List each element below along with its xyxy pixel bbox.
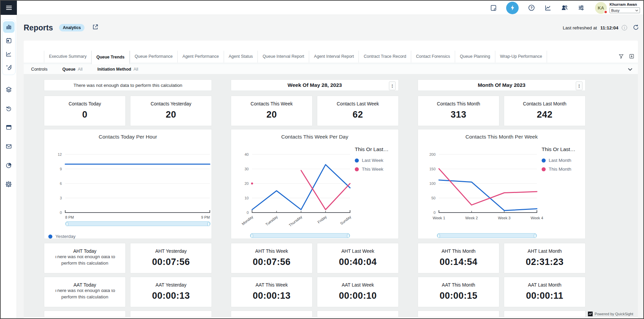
legend-item[interactable]: This Month: [542, 167, 575, 172]
legend-item[interactable]: Last Week: [355, 158, 389, 163]
sidebar-item-themes[interactable]: [3, 62, 15, 73]
quicksight-logo-icon: [588, 312, 593, 316]
chart-x-scrollbar[interactable]: [250, 233, 350, 238]
controls-bar: Controls Queue All Initiation Method All: [24, 64, 638, 74]
svg-text:Week 1: Week 1: [432, 216, 445, 220]
month-stepper[interactable]: ▴ ▾: [576, 81, 583, 90]
legend-dot-icon: [542, 158, 546, 163]
tab-queue-trends[interactable]: Queue Trends: [91, 51, 129, 64]
line-chart: 0369128 PM9 PM: [44, 129, 212, 245]
svg-text:Week 3: Week 3: [498, 216, 511, 220]
line-chart-icon: [5, 51, 12, 57]
tab-executive-summary[interactable]: Executive Summary: [44, 51, 91, 63]
legend-item[interactable]: Last Month: [542, 158, 575, 163]
sidebar-item-reports[interactable]: [3, 21, 15, 33]
status-busy-dot: [604, 10, 608, 14]
sidebar-item-workspace[interactable]: [3, 122, 15, 133]
svg-text:0: 0: [60, 211, 62, 215]
tab-wrap-up-performance[interactable]: Wrap-Up Performance: [495, 51, 547, 63]
gear-icon: [5, 181, 12, 188]
export-icon[interactable]: [629, 53, 635, 59]
kpi-row: AAT This Week 00:00:13 AAT Last Week 00:…: [231, 277, 399, 307]
week-title: Week Of May 28, 2023: [288, 82, 342, 88]
left-sidebar: [1, 15, 17, 318]
tab-queue-planning[interactable]: Queue Planning: [455, 51, 495, 63]
legend-item[interactable]: Yesterday: [48, 234, 76, 239]
external-link-icon: [92, 24, 99, 30]
initiation-method-filter[interactable]: Initiation Method All: [97, 67, 138, 72]
bar-chart-icon: [5, 24, 12, 30]
week-stepper[interactable]: ▴ ▾: [389, 81, 396, 90]
tab-queue-interval-report[interactable]: Queue Interval Report: [257, 51, 309, 63]
tab-agent-status[interactable]: Agent Status: [224, 51, 258, 63]
status-select[interactable]: Busy: [610, 7, 640, 13]
legend-dot-icon: [48, 235, 52, 239]
svg-text:9: 9: [60, 167, 62, 171]
filter-icon[interactable]: [618, 53, 624, 59]
notes-icon[interactable]: [490, 4, 497, 11]
page-title: Reports: [24, 23, 53, 32]
svg-text:Week 4: Week 4: [530, 216, 543, 220]
realtime-app-icon[interactable]: [506, 2, 519, 14]
legend-label: Yesterday: [55, 234, 76, 239]
app-window: ? KA Khurram Awan Busy: [0, 0, 644, 319]
last-refreshed-time: 11:12:04: [600, 25, 618, 30]
legend-label: Last Week: [362, 158, 383, 163]
legend-item[interactable]: This Week: [355, 167, 389, 172]
svg-text:0: 0: [247, 211, 249, 215]
settings-sliders-icon[interactable]: [577, 4, 585, 11]
tab-agent-performance[interactable]: Agent Performance: [177, 51, 224, 63]
month-header-card: Month Of May 2023 ▴ ▾: [418, 79, 586, 91]
legend-dot-icon: [542, 167, 546, 171]
kpi-aht-last-week: AHT Last Week 00:40:04: [317, 243, 399, 273]
svg-text:40: 40: [245, 152, 249, 156]
kpi-aht-last-month: AHT Last Month 02:31:23: [504, 243, 586, 273]
info-icon[interactable]: i: [622, 25, 627, 30]
open-in-new-window-button[interactable]: [92, 24, 99, 32]
user-name: Khurram Awan: [610, 2, 640, 6]
legend-label: This Week: [362, 167, 383, 172]
sidebar-secondary-group: [3, 84, 15, 190]
directory-icon[interactable]: [561, 4, 568, 11]
tab-contract-trace-record[interactable]: Contract Trace Record: [358, 51, 411, 63]
chart-x-scrollbar[interactable]: [437, 233, 537, 238]
sidebar-item-settings[interactable]: [3, 178, 15, 190]
kpi-contacts-this-month: Contacts This Month 313: [418, 96, 499, 126]
main-area: Reports Analytics Last refreshed at 11:1…: [17, 15, 643, 318]
svg-text:Week 2: Week 2: [465, 216, 478, 220]
kpi-row: AHT This Week 00:07:56 AHT Last Week 00:…: [231, 243, 399, 273]
chart-legend: This Or Last…Last WeekThis Week: [355, 146, 389, 175]
sidebar-item-reporting[interactable]: [3, 160, 15, 171]
sidebar-item-history[interactable]: [3, 103, 15, 114]
kpi-aat-last-month: AAT Last Month 00:00:11: [504, 277, 586, 307]
svg-text:?: ?: [530, 6, 532, 10]
top-bar-actions: ? KA Khurram Awan Busy: [490, 1, 640, 15]
tab-agent-interval-report[interactable]: Agent Interval Report: [309, 51, 358, 63]
kpi-aat-today: AAT Today There was not enough data to p…: [44, 277, 126, 307]
sidebar-item-flows[interactable]: [3, 84, 15, 95]
svg-text:6: 6: [60, 181, 62, 186]
tab-queue-performance[interactable]: Queue Performance: [130, 51, 178, 63]
calendar-icon: [5, 37, 12, 44]
kpi-contacts-today: Contacts Today 0: [44, 96, 126, 126]
queue-filter[interactable]: Queue All: [62, 67, 82, 72]
report-tabs: Executive Summary Queue Trends Queue Per…: [24, 51, 638, 64]
tab-contact-forensics[interactable]: Contact Forensics: [411, 51, 455, 63]
svg-text:Tuesday: Tuesday: [265, 215, 278, 226]
help-icon[interactable]: ?: [528, 4, 535, 11]
column-header-card: There was not enough data to perform thi…: [44, 79, 212, 91]
sidebar-item-schedule[interactable]: [3, 35, 15, 46]
avatar[interactable]: KA: [595, 2, 607, 14]
refresh-icon: [633, 24, 639, 31]
kpi-aht-yesterday: AHT Yesterday 00:07:56: [130, 243, 212, 273]
chart-x-scrollbar[interactable]: [65, 221, 210, 226]
sidebar-item-metrics[interactable]: [3, 48, 15, 60]
kpi-aat-this-month: AAT This Month 00:00:15: [418, 277, 499, 307]
chart-legend: Yesterday: [48, 234, 76, 239]
kpi-row: AHT Today There was not enough data to p…: [44, 243, 212, 273]
refresh-button[interactable]: [633, 24, 639, 32]
metrics-icon[interactable]: [544, 4, 552, 11]
collapse-controls-button[interactable]: [628, 67, 633, 72]
sidebar-item-mail[interactable]: [3, 141, 15, 152]
nav-menu-button[interactable]: [1, 1, 17, 15]
